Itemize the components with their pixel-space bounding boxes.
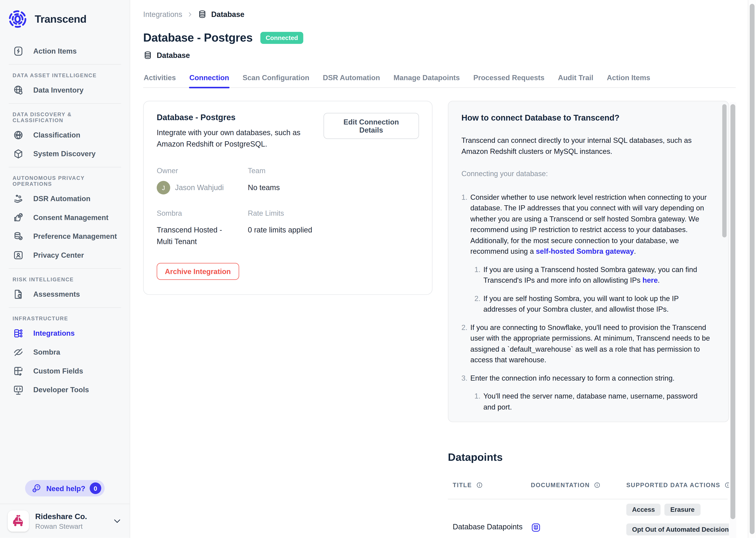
- person-card-icon: [13, 249, 24, 261]
- sidebar-item-label: Consent Management: [33, 212, 109, 223]
- sidebar-item-consent-management[interactable]: Consent Management: [7, 209, 123, 226]
- sidebar-section-label: DATA ASSET INTELLIGENCE: [7, 69, 123, 81]
- right-column: How to connect Database to Transcend? Tr…: [448, 101, 738, 536]
- sidebar-item-classification[interactable]: Classification: [7, 127, 123, 144]
- archive-integration-button[interactable]: Archive Integration: [157, 263, 239, 280]
- help-step-1b: 2. If you are self hosting Sombra, you w…: [474, 293, 711, 315]
- code-monitor-icon: [13, 384, 24, 396]
- sidebar-item-preference-management[interactable]: Preference Management: [7, 228, 123, 245]
- team-label: Team: [248, 166, 419, 175]
- sidebar-item-assessments[interactable]: ? Assessments: [7, 286, 123, 303]
- transcend-logo-icon: [8, 9, 27, 29]
- sidebar-item-dsr-automation[interactable]: DSR Automation: [7, 190, 123, 207]
- team-value: No teams: [248, 182, 330, 193]
- self-hosted-sombra-gateway-link[interactable]: self-hosted Sombra gateway: [536, 247, 634, 255]
- sidebar-item-label: Assessments: [33, 289, 80, 299]
- sidebar-section-label: INFRASTRUCTURE: [7, 312, 123, 325]
- allowlisting-ips-here-link[interactable]: here: [642, 276, 658, 284]
- org-info: Rideshare Co. Rowan Stewart: [35, 512, 87, 530]
- right-column-scrollbar[interactable]: [730, 102, 736, 538]
- svg-text:?: ?: [36, 485, 39, 489]
- tab-manage-datapoints[interactable]: Manage Datapoints: [393, 71, 460, 87]
- action-pill-access: Access: [626, 504, 661, 516]
- need-help-button[interactable]: ? Need help? 0: [25, 480, 105, 497]
- sidebar-section-label: RISK INTELLIGENCE: [7, 273, 123, 286]
- info-icon[interactable]: [724, 481, 729, 489]
- sidebar-item-privacy-center[interactable]: Privacy Center: [7, 246, 123, 264]
- help-subheading: Connecting your database:: [461, 168, 711, 179]
- hand-items-icon: [13, 193, 24, 205]
- help-step-1a: 1. If you are using a Transcend hosted S…: [474, 264, 711, 286]
- database-icon: [198, 10, 207, 19]
- panel-scrollbar-thumb[interactable]: [722, 104, 727, 238]
- help-step-3b: 2. Note that by connecting your database…: [474, 420, 711, 422]
- cube-icon: [13, 148, 24, 160]
- main-content: Integrations Database Database - Postgre…: [130, 0, 756, 538]
- tab-processed-requests[interactable]: Processed Requests: [473, 71, 545, 87]
- eye-off-icon: [13, 346, 24, 358]
- sidebar-item-label: Developer Tools: [33, 385, 89, 395]
- chevron-right-icon: [187, 11, 193, 18]
- table-divider: [448, 499, 728, 499]
- edit-connection-details-button[interactable]: Edit Connection Details: [323, 113, 419, 139]
- info-icon[interactable]: [476, 481, 483, 489]
- action-pill-erasure: Erasure: [664, 504, 700, 516]
- sidebar-item-label: Preference Management: [33, 231, 117, 242]
- thumbs-up-check-icon: [13, 212, 24, 223]
- org-user-name: Rowan Stewart: [35, 522, 87, 530]
- tab-scan-configuration[interactable]: Scan Configuration: [242, 71, 310, 87]
- sidebar-item-label: Classification: [33, 130, 80, 140]
- sidebar-divider: [9, 167, 121, 167]
- rate-limits-label: Rate Limits: [248, 209, 419, 217]
- sidebar-item-integrations[interactable]: Integrations: [7, 325, 123, 342]
- app-window: Transcend Action Items DATA ASSET INTELL…: [0, 0, 756, 538]
- page-title: Database - Postgres: [143, 31, 253, 44]
- help-step-3: 3. Enter the connection info necessary t…: [461, 373, 711, 384]
- status-badge: Connected: [260, 31, 303, 43]
- help-step-3a: 1. You'll need the server name, database…: [474, 391, 711, 412]
- tab-action-items[interactable]: Action Items: [606, 71, 651, 87]
- tab-audit-trail[interactable]: Audit Trail: [557, 71, 594, 87]
- sidebar-item-label: Sombra: [33, 347, 60, 357]
- right-column-scrollbar-thumb[interactable]: [731, 104, 735, 519]
- sidebar-item-system-discovery[interactable]: System Discovery: [7, 145, 123, 163]
- help-area: ? Need help? 0: [0, 480, 130, 504]
- page-scrollbar[interactable]: [748, 0, 756, 538]
- page-scrollbar-thumb[interactable]: [750, 4, 754, 534]
- datapoint-title: Database Datapoints: [453, 522, 531, 535]
- tab-connection[interactable]: Connection: [189, 71, 230, 87]
- sphere-icon: [13, 129, 24, 141]
- column-title: TITLE: [453, 481, 531, 489]
- app-logo[interactable]: Transcend: [0, 0, 130, 29]
- supported-actions-cell: Access Erasure Opt Out of Automated Deci…: [626, 504, 729, 536]
- sidebar-divider: [9, 64, 121, 65]
- grid-pencil-icon: [13, 365, 24, 377]
- sidebar-item-action-items[interactable]: Action Items: [7, 42, 123, 60]
- sombra-value: Transcend Hosted - Multi Tenant: [157, 224, 239, 247]
- sidebar-item-sombra[interactable]: Sombra: [7, 344, 123, 361]
- breadcrumb-integrations-link[interactable]: Integrations: [143, 10, 182, 19]
- sidebar-item-developer-tools[interactable]: Developer Tools: [7, 381, 123, 399]
- chat-question-icon: ?: [31, 483, 42, 494]
- tab-activities[interactable]: Activities: [143, 71, 176, 87]
- sidebar-item-label: Action Items: [33, 46, 76, 56]
- panel-scrollbar[interactable]: [722, 103, 727, 420]
- sidebar-item-custom-fields[interactable]: Custom Fields: [7, 362, 123, 380]
- sidebar-item-label: Custom Fields: [33, 366, 83, 376]
- help-step-1: 1. Consider whether to use network level…: [461, 192, 711, 257]
- info-icon[interactable]: [593, 481, 601, 489]
- sidebar-item-label: DSR Automation: [33, 193, 90, 204]
- sidebar-item-data-inventory[interactable]: Data Inventory: [7, 81, 123, 99]
- lightning-square-icon: [13, 45, 24, 57]
- help-intro: Transcend can connect directly to your i…: [461, 135, 711, 157]
- car-icon: [11, 514, 25, 528]
- sidebar-item-label: Privacy Center: [33, 250, 84, 260]
- integration-type: Database: [143, 51, 756, 60]
- documentation-book-icon[interactable]: [531, 522, 541, 532]
- database-check-icon: [13, 231, 24, 242]
- tab-dsr-automation[interactable]: DSR Automation: [322, 71, 380, 87]
- org-switcher[interactable]: Rideshare Co. Rowan Stewart: [0, 504, 130, 538]
- sidebar-divider: [9, 268, 121, 269]
- integration-type-label: Database: [157, 51, 190, 60]
- sidebar-section-label: DATA DISCOVERY & CLASSIFICATION: [7, 108, 123, 127]
